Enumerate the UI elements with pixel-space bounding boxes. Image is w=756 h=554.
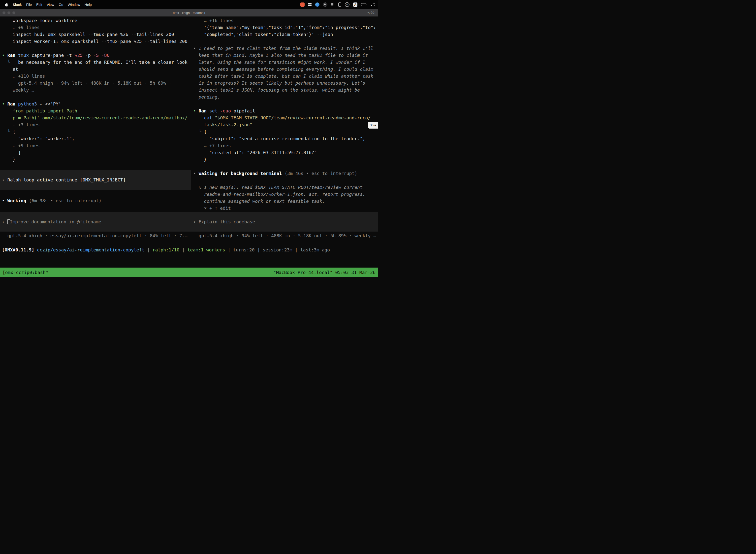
terminal-line: • Ran tmux capture-pane -t %25 -p -S -80	[2, 52, 191, 59]
terminal-output-left: workspace_mode: worktree … +9 lines insp…	[2, 17, 191, 163]
text-segment: … +16 lines	[193, 18, 234, 23]
menu-window[interactable]: Window	[68, 3, 80, 7]
apple-menu-icon[interactable]	[5, 3, 8, 6]
text-segment: •	[2, 101, 7, 107]
text-segment: gpt-5.4 xhigh · 94% left · 488K in · 5.1…	[2, 80, 171, 86]
blank-line	[193, 163, 378, 170]
terminal-line: }	[2, 156, 191, 163]
text-segment: inspect_worker-1: omx sparkshell --tmux-…	[2, 39, 188, 44]
blank-line	[2, 45, 191, 52]
iphone-mirroring-icon[interactable]	[338, 2, 341, 7]
text-segment: Working	[7, 198, 29, 203]
text-segment	[193, 115, 204, 120]
text-segment: weekly …	[2, 88, 34, 93]
prompt-chevron: ›	[2, 219, 7, 224]
text-segment: "worker": "worker-1",	[2, 136, 75, 141]
text-segment: └	[2, 60, 18, 65]
text-segment: |	[144, 247, 152, 253]
text-segment: ralph:1/10	[152, 247, 179, 253]
text-segment: -p	[85, 53, 93, 58]
terminal-line: … +16 lines	[193, 17, 378, 24]
terminal-line: later. Using the same for transition mig…	[193, 59, 378, 66]
model-status-line-left: gpt-5.4 xhigh · essay/ai-reimplementatio…	[2, 232, 191, 239]
text-segment: … +9 lines	[2, 25, 40, 30]
menu-edit[interactable]: Edit	[36, 3, 42, 7]
terminal-line: … +110 lines	[2, 73, 191, 80]
text-segment: … +7 lines	[193, 143, 231, 148]
text-segment: └	[193, 129, 204, 134]
screenshot-thumbnail-label: Scre	[370, 123, 376, 127]
text-segment: I need to get the claim token from the c…	[199, 46, 373, 51]
text-segment: └	[2, 129, 13, 134]
tiles-icon[interactable]	[308, 3, 312, 6]
text-segment: later. Using the same for transition mig…	[193, 60, 365, 65]
composer-inject-box[interactable]: › Ralph loop active continue [OMX_TMUX_I…	[0, 170, 191, 189]
dots-grid-icon[interactable]	[331, 3, 334, 6]
terminal-line: • Ran set -euo pipefail	[193, 107, 378, 114]
menu-view[interactable]: View	[47, 3, 54, 7]
record-indicator-icon[interactable]	[300, 2, 305, 7]
text-segment: |	[292, 247, 300, 253]
terminal-line: … +3 lines	[2, 121, 191, 128]
terminal-line: keep that in mind. Maybe I also need the…	[193, 52, 378, 59]
window-titlebar[interactable]: omx --xhigh --madmax ⌥⌘1	[0, 9, 378, 17]
menu-app-name[interactable]: Slack	[13, 3, 22, 7]
text-segment: •	[2, 53, 7, 58]
tmux-pane-right[interactable]: … +16 lines '{"team_name":"my-team","tas…	[191, 17, 378, 243]
terminal-line: ↳ 1 new msg(s): read $OMX_TEAM_STATE_ROO…	[193, 184, 378, 191]
terminal-line: └ {	[193, 128, 378, 135]
control-center-icon[interactable]	[371, 3, 375, 6]
text-segment: inspect task2's JSON, focusing on the st…	[193, 88, 360, 93]
terminal-line: at	[2, 66, 191, 73]
screenshot-thumbnail-popup[interactable]: Scre	[368, 122, 378, 128]
text-segment: from pathlib import Path	[2, 108, 77, 113]
menu-file[interactable]: File	[26, 3, 32, 7]
text-segment: •	[193, 46, 199, 51]
terminal-line: continue assigned work or next feasible …	[193, 198, 378, 205]
input-source-icon[interactable]: A	[353, 2, 358, 7]
tmux-pane-left[interactable]: workspace_mode: worktree … +9 lines insp…	[0, 17, 191, 243]
terminal-line: inspect_worker-1: omx sparkshell --tmux-…	[2, 38, 191, 45]
blank-line	[193, 177, 378, 184]
terminal-line: from pathlib import Path	[2, 107, 191, 114]
text-segment: set	[209, 108, 220, 113]
zoom-button[interactable]	[12, 11, 15, 14]
window-shortcut-hint: ⌥⌘1	[367, 11, 376, 15]
minimize-button[interactable]	[7, 11, 10, 14]
menu-go[interactable]: Go	[59, 3, 63, 7]
text-segment: readme-and-reco/mailbox/worker-1.json, a…	[193, 191, 365, 197]
dark-app-icon[interactable]	[323, 2, 327, 7]
terminal-line: └ {	[2, 128, 191, 135]
text-segment: python3	[18, 101, 40, 107]
blank-line	[2, 94, 191, 101]
close-button[interactable]	[2, 11, 5, 14]
text-segment: task2 after task1 is complete, but can I…	[193, 73, 373, 79]
terminal-line: tasks/task-2.json"	[193, 121, 378, 128]
blue-app-icon[interactable]	[315, 2, 319, 7]
omx-hud-status-line: [OMX#0.11.9] cczip/essay/ai-reimplementa…	[2, 246, 378, 254]
text-segment: workspace_mode: worktree	[2, 18, 77, 23]
terminal-line: "completed","claim_token":"claim-token"}…	[193, 31, 378, 38]
text-segment: '{"team_name":"my-team","task_id":"1","f…	[193, 25, 376, 30]
terminal-output-right: … +16 lines '{"team_name":"my-team","tas…	[193, 17, 378, 212]
battery-percent-badge[interactable]: 61	[345, 2, 350, 7]
text-segment: (3m 46s • esc to interrupt)	[285, 171, 357, 176]
text-segment: "created_at": "2026-03-31T11:59:27.816Z"	[193, 150, 317, 155]
composer-input-right[interactable]: › Explain this codebase	[191, 212, 378, 232]
text-segment: … +3 lines	[2, 122, 40, 127]
text-segment: tasks/task-2.json"	[193, 122, 252, 127]
battery-icon[interactable]	[361, 3, 367, 6]
text-segment: - <<'PY'	[40, 101, 61, 107]
text-segment: "$OMX_TEAM_STATE_ROOT/team/review-curren…	[215, 115, 371, 120]
text-segment: continue assigned work or next feasible …	[193, 199, 325, 204]
terminal-line: └ be necessary for the end of the README…	[2, 59, 191, 66]
composer-input-left[interactable]: › Improve documentation in @filename	[0, 212, 191, 232]
terminal-line: p = Path('.omx/state/team/review-current…	[2, 114, 191, 121]
text-segment: Ran	[7, 101, 18, 107]
terminal-line: … +7 lines	[193, 142, 378, 149]
prompt-chevron: ›	[193, 219, 199, 224]
text-segment: should send a message before completing …	[193, 66, 373, 72]
text-segment: is in progress? It seems likely but perh…	[193, 80, 365, 86]
terminal-line: pending.	[193, 94, 378, 101]
menu-help[interactable]: Help	[84, 3, 92, 7]
